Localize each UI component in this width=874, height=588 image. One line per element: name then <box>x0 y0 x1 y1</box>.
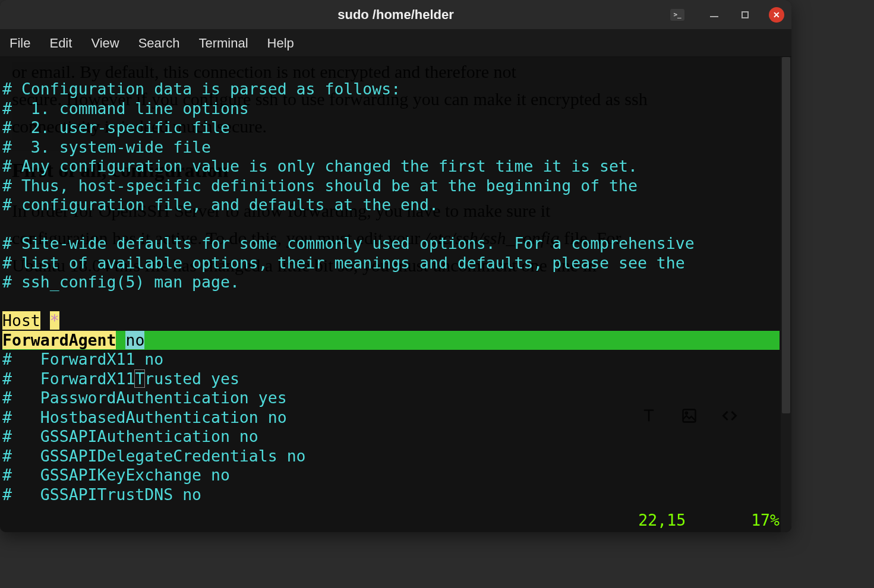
editor-line: # 1. command line options <box>2 99 791 119</box>
window-title: sudo /home/helder <box>337 7 454 23</box>
editor-content: # Configuration data is parsed as follow… <box>2 58 791 504</box>
editor-line: # configuration file, and defaults at th… <box>2 195 791 215</box>
editor-host-line: Host * <box>2 311 791 331</box>
editor-line: # Thus, host-specific definitions should… <box>2 176 791 196</box>
host-glob: * <box>50 311 59 330</box>
editor-line: # 2. user-specific file <box>2 118 791 138</box>
editor-line: # ForwardX11Trusted yes <box>2 369 791 389</box>
close-button[interactable] <box>769 7 784 23</box>
minimize-button[interactable] <box>707 8 721 22</box>
editor-line: # GSSAPIAuthentication no <box>2 427 791 447</box>
terminal-app-icon <box>670 9 684 21</box>
scroll-percent: 17% <box>751 511 780 530</box>
menu-search[interactable]: Search <box>138 36 180 51</box>
config-value: no <box>125 331 144 349</box>
titlebar[interactable]: sudo /home/helder <box>0 0 791 30</box>
menu-help[interactable]: Help <box>267 36 294 51</box>
editor-line: # list of available options, their meani… <box>2 254 791 273</box>
menu-terminal[interactable]: Terminal <box>198 36 248 51</box>
terminal-viewport[interactable]: or email. By default, this connection is… <box>0 57 791 532</box>
editor-line: # HostbasedAuthentication no <box>2 408 791 428</box>
editor-line: # 3. system-wide file <box>2 138 791 157</box>
menubar: File Edit View Search Terminal Help <box>0 30 791 57</box>
editor-cursor-line: ForwardAgent no <box>2 331 791 350</box>
editor-line: # Configuration data is parsed as follow… <box>2 80 791 99</box>
editor-line: # Any configuration value is only change… <box>2 157 791 176</box>
host-keyword: Host <box>2 311 40 330</box>
editor-line <box>2 215 791 235</box>
editor-line: # GSSAPITrustDNS no <box>2 485 791 505</box>
editor-line: # GSSAPIDelegateCredentials no <box>2 447 791 466</box>
menu-edit[interactable]: Edit <box>49 36 72 51</box>
config-key: ForwardAgent <box>2 331 116 349</box>
menu-file[interactable]: File <box>10 36 30 51</box>
editor-line: # GSSAPIKeyExchange no <box>2 466 791 485</box>
editor-line: # ForwardX11 no <box>2 350 791 369</box>
editor-line: # ssh_config(5) man page. <box>2 273 791 292</box>
terminal-window: sudo /home/helder File Edit View Search … <box>0 0 791 532</box>
maximize-button[interactable] <box>738 8 752 22</box>
window-controls <box>707 7 784 23</box>
menu-view[interactable]: View <box>91 36 119 51</box>
editor-line: # PasswordAuthentication yes <box>2 388 791 408</box>
vim-status-bar: 22,15 17% <box>638 511 780 530</box>
editor-line <box>2 292 791 312</box>
cursor-position: 22,15 <box>638 511 686 530</box>
editor-line: # Site-wide defaults for some commonly u… <box>2 234 791 254</box>
